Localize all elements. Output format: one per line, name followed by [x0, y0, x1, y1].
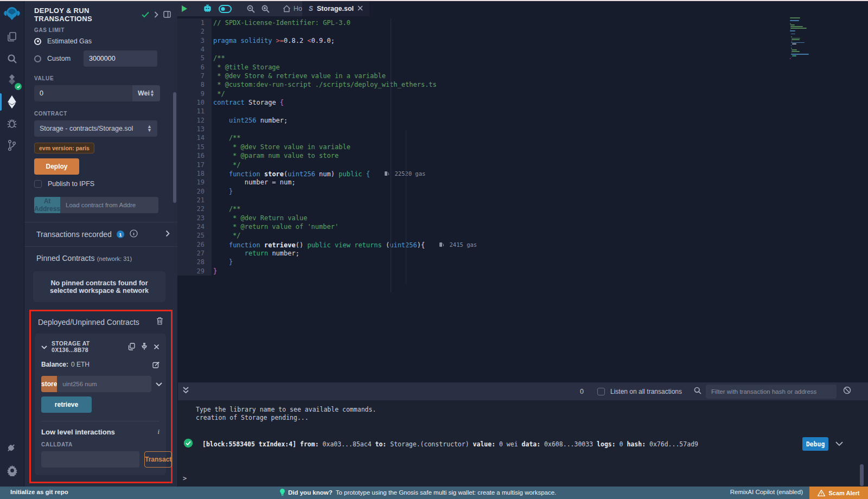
- line-number: 17: [177, 161, 212, 169]
- deploy-button[interactable]: Deploy: [34, 158, 79, 175]
- terminal-toolbar: 0 Listen on all transactions: [178, 382, 868, 400]
- minimap-line: [790, 17, 800, 18]
- remix-logo[interactable]: [0, 1, 24, 26]
- deploy-run-panel: DEPLOY & RUN TRANSACTIONS GAS LIMIT Esti…: [24, 1, 177, 487]
- zoom-out-icon[interactable]: [244, 5, 258, 13]
- code-line: 26 function retrieve() public view retur…: [177, 240, 868, 249]
- line-number: 9: [177, 89, 212, 98]
- expand-args-chevron-icon[interactable]: [156, 379, 162, 389]
- code-line: 25 */: [177, 231, 868, 240]
- trash-icon[interactable]: [156, 317, 163, 327]
- code-text: function retrieve() public view returns …: [212, 240, 477, 249]
- custom-gas-input[interactable]: [84, 50, 157, 67]
- line-number: 3: [177, 36, 212, 45]
- code-text: /**: [212, 204, 241, 213]
- code-line: 6 * @title Storage: [177, 63, 868, 72]
- store-arg-input[interactable]: [57, 376, 151, 392]
- minimap-line: [791, 45, 792, 46]
- tab-storage-sol[interactable]: S Storage.sol: [302, 1, 369, 16]
- listen-all-checkbox[interactable]: [597, 388, 605, 395]
- panel-pin-view-icon[interactable]: [163, 10, 171, 20]
- close-icon[interactable]: [154, 344, 159, 350]
- code-line: 21: [177, 196, 868, 204]
- code-line: 2: [177, 27, 868, 36]
- terminal-filter-input[interactable]: [706, 385, 837, 399]
- panel-scrollbar[interactable]: [173, 92, 176, 203]
- copilot-toggle-icon[interactable]: [215, 5, 235, 13]
- code-line: 19 number = num;: [177, 178, 868, 187]
- tx-success-icon: [183, 438, 193, 450]
- gas-estimate: 2415 gas: [439, 240, 477, 249]
- chevron-down-icon: [41, 342, 47, 351]
- custom-gas-radio[interactable]: [34, 55, 41, 62]
- terminal-panel: 0 Listen on all transactions Type the li…: [177, 382, 868, 487]
- file-explorer-icon[interactable]: [0, 26, 24, 48]
- at-address-button[interactable]: At Address: [34, 197, 60, 213]
- chevron-right-icon[interactable]: [165, 229, 170, 239]
- terminal-scrollbar[interactable]: [860, 464, 864, 486]
- code-text: [212, 107, 213, 116]
- panel-chevron-right-icon[interactable]: [154, 10, 158, 20]
- value-input[interactable]: [34, 85, 132, 101]
- line-number: 1: [177, 18, 212, 27]
- code-text: pragma solidity >=0.8.2 <0.9.0;: [212, 36, 335, 45]
- code-text: [212, 27, 213, 36]
- clear-console-icon[interactable]: [843, 386, 851, 396]
- code-line: 13: [177, 125, 868, 133]
- debugger-icon[interactable]: [0, 113, 24, 135]
- solidity-compiler-icon[interactable]: [0, 69, 24, 91]
- tip-bold: Did you know?: [288, 489, 333, 496]
- copy-icon[interactable]: [128, 343, 135, 350]
- minimap-line: [791, 54, 809, 55]
- ai-copilot-robot-icon[interactable]: [200, 4, 215, 13]
- estimated-gas-label: Estimated Gas: [47, 37, 92, 45]
- settings-icon[interactable]: [0, 459, 24, 481]
- publish-ipfs-checkbox[interactable]: [34, 180, 42, 188]
- value-unit-select[interactable]: Wei ▲▼: [132, 85, 160, 101]
- line-number: 12: [177, 116, 212, 125]
- expand-tx-chevron-icon[interactable]: [835, 440, 843, 448]
- contract-select[interactable]: Storage - contracts/Storage.sol ▲▼: [34, 120, 157, 137]
- scam-alert-button[interactable]: Scam Alert: [809, 487, 868, 499]
- terminal-output[interactable]: Type the library name to see available c…: [178, 400, 868, 487]
- deploy-run-icon[interactable]: [0, 91, 24, 113]
- edit-icon[interactable]: [152, 361, 159, 368]
- calldata-input[interactable]: [41, 451, 139, 468]
- git-icon[interactable]: [0, 135, 24, 156]
- search-icon[interactable]: [0, 48, 24, 69]
- code-line: 10contract Storage {: [177, 98, 868, 107]
- git-init-button[interactable]: Initialize as git repo: [10, 489, 68, 495]
- copilot-status[interactable]: RemixAI Copilot (enabled): [730, 489, 803, 495]
- minimap-line: [790, 29, 791, 30]
- code-text: return number;: [212, 249, 299, 258]
- deployed-contracts-title: Deployed/Unpinned Contracts: [38, 318, 139, 327]
- publish-ipfs-label: Publish to IPFS: [48, 180, 94, 188]
- no-pinned-line1: No pinned contracts found for: [50, 279, 148, 287]
- pin-icon[interactable]: [141, 343, 148, 350]
- estimated-gas-radio[interactable]: [34, 38, 41, 45]
- transactions-recorded-row[interactable]: Transactions recorded 1: [24, 222, 177, 246]
- contract-instance-header[interactable]: STORAGE AT 0X136...8B78: [41, 340, 159, 353]
- balance-label: Balance:: [41, 361, 68, 368]
- editor-minimap[interactable]: [787, 17, 844, 60]
- retrieve-function-button[interactable]: retrieve: [41, 396, 92, 413]
- run-script-icon[interactable]: [177, 5, 191, 12]
- debug-button[interactable]: Debug: [802, 437, 828, 451]
- deployed-contracts-highlight: Deployed/Unpinned Contracts STORAGE AT 0…: [29, 310, 173, 483]
- code-editor[interactable]: 1// SPDX-License-Identifier: GPL-3.023pr…: [177, 16, 868, 382]
- line-number: 2: [177, 27, 212, 36]
- plugin-manager-icon[interactable]: [0, 438, 24, 459]
- close-tab-icon[interactable]: [358, 5, 363, 12]
- terminal-collapse-icon[interactable]: [182, 386, 189, 396]
- at-address-input[interactable]: [60, 197, 158, 213]
- transact-button[interactable]: Transact: [144, 451, 172, 468]
- store-function-button[interactable]: store: [41, 376, 57, 392]
- transaction-log-row[interactable]: [block:5583405 txIndex:4] from: 0xa03...…: [178, 437, 868, 451]
- info-icon[interactable]: [130, 229, 138, 240]
- editor-area: Home S Storage.sol 1// SPDX-License-Iden…: [177, 1, 868, 382]
- info-icon[interactable]: i: [157, 427, 159, 436]
- code-text: uint256 number;: [212, 116, 288, 125]
- zoom-in-icon[interactable]: [258, 5, 273, 13]
- code-text: * @dev Store & retrieve value in a varia…: [212, 72, 386, 80]
- low-level-title: Low level interactions: [41, 428, 115, 436]
